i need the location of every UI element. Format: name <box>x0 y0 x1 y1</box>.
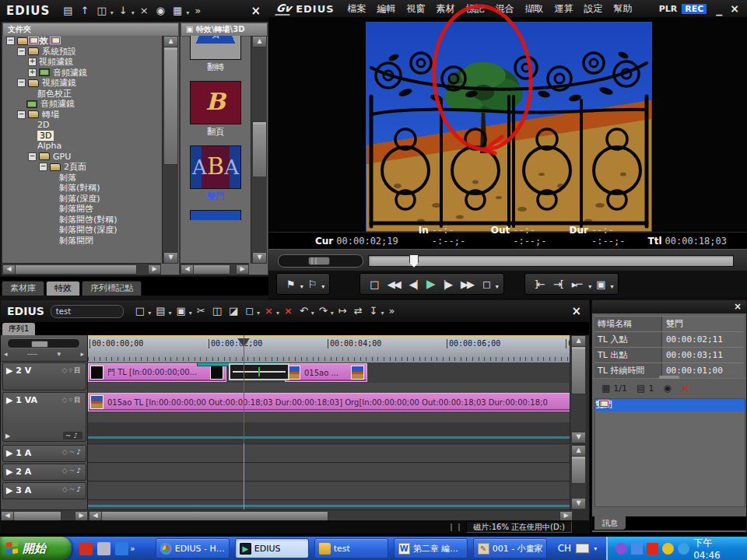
language-label[interactable]: CH <box>558 543 571 554</box>
open-folder-icon[interactable]: ▤ <box>61 4 75 18</box>
scroll-thumb[interactable] <box>252 121 267 177</box>
track-header-3a[interactable]: ▶ 3 A◇~♪ <box>2 482 86 499</box>
expand-icon[interactable]: + <box>28 68 37 77</box>
task-button-word[interactable]: W第二章 編... <box>394 538 468 558</box>
dropdown-arrow-icon[interactable]: ▾ <box>311 310 314 317</box>
tree-item[interactable]: 剝落(深度) <box>2 194 162 205</box>
scroll-up-icon[interactable]: ▲ <box>571 445 586 457</box>
render-icon[interactable]: ↧ <box>367 304 381 318</box>
next-frame-icon[interactable]: |▶ <box>439 278 456 290</box>
dropdown-arrow-icon[interactable]: ▾ <box>186 9 189 16</box>
start-button[interactable]: 開始 <box>0 537 72 560</box>
message-tab[interactable]: 訊息 <box>594 516 626 530</box>
dropdown-arrow-icon[interactable]: ▾ <box>276 310 279 317</box>
scroll-down-icon[interactable]: ▼ <box>571 432 586 443</box>
zoom-right-icon[interactable]: ▸ <box>80 350 84 358</box>
menu-運算[interactable]: 運算 <box>549 2 579 16</box>
lock-icon[interactable]: ◇ <box>62 467 69 474</box>
tree-item[interactable]: +視頻濾鏡 <box>2 57 162 68</box>
lock-icon[interactable]: ◇ <box>62 485 69 493</box>
undo-icon[interactable]: ↶ <box>297 304 310 318</box>
collapse-icon[interactable]: − <box>39 163 47 171</box>
zoom-knob[interactable] <box>31 341 48 348</box>
collapse-icon[interactable]: − <box>17 47 26 56</box>
tree-item[interactable]: Alpha <box>2 141 162 152</box>
dropdown-arrow-icon[interactable]: ▾ <box>148 310 151 317</box>
updater-icon[interactable] <box>678 543 689 555</box>
collapse-icon[interactable]: − <box>28 152 37 161</box>
applied-effect-item[interactable]: 雙門 <box>595 399 745 411</box>
speaker-icon[interactable]: ♪ <box>76 485 82 493</box>
bin-tab-特效[interactable]: 特效 <box>46 281 80 296</box>
collapse-icon[interactable]: − <box>6 37 15 45</box>
track-expand-icon[interactable]: ▶ <box>6 467 16 477</box>
track-2a-row[interactable] <box>88 464 573 481</box>
network-icon[interactable] <box>631 543 643 555</box>
redo-icon[interactable]: ↷ <box>317 304 330 318</box>
bin-tab-序列標記點[interactable]: 序列標記點 <box>82 281 142 296</box>
thumbs-horizontal-scrollbar[interactable]: ◀ ▶ <box>181 263 249 275</box>
playhead-line[interactable] <box>244 335 244 443</box>
tree-item[interactable]: 剝落開啓(對稱) <box>2 215 162 226</box>
tree-item[interactable]: 3D <box>2 131 162 142</box>
play-around-cursor-icon[interactable]: ▸⌐ <box>567 278 587 290</box>
dropdown-arrow-icon[interactable]: ▾ <box>132 9 135 16</box>
more-tools-icon[interactable]: » <box>192 4 203 18</box>
dropdown-arrow-icon[interactable]: ▾ <box>110 9 114 16</box>
ripple-delete-icon[interactable]: × <box>282 304 295 318</box>
tree-vertical-scrollbar[interactable]: ▲ ▼ <box>162 36 178 264</box>
duplicate-icon[interactable]: ◫ <box>94 4 108 18</box>
scroll-left-icon[interactable]: ◀ <box>2 264 16 275</box>
quick-launch-more-icon[interactable]: » <box>130 544 135 554</box>
effect-list-icon[interactable]: ▤ <box>637 383 645 394</box>
video-visibility-icon[interactable]: 目 <box>74 366 82 374</box>
scroll-thumb[interactable] <box>571 346 586 394</box>
video-visibility-icon[interactable]: 目 <box>74 396 82 404</box>
menu-編輯[interactable]: 編輯 <box>372 2 402 16</box>
track-expand-icon[interactable]: ▶ <box>6 485 16 495</box>
player-mode-button[interactable]: PLR <box>659 4 678 14</box>
dropdown-arrow-icon[interactable]: ▾ <box>257 310 260 317</box>
tree-item[interactable]: +音頻濾鏡 <box>2 68 162 79</box>
zoom-left-icon[interactable]: ◂ <box>4 350 8 358</box>
task-button-edius[interactable]: ▶EDIUS <box>235 538 309 558</box>
scroll-up-icon[interactable]: ▲ <box>571 335 586 347</box>
loop-dropdown-icon[interactable]: ▾ <box>494 283 499 290</box>
color-effect-icon[interactable]: ◉ <box>663 383 671 394</box>
marker-icon[interactable]: ◻ <box>243 304 256 318</box>
keyboard-icon[interactable] <box>575 543 590 554</box>
antivirus-icon[interactable] <box>647 543 658 555</box>
color-effect-icon[interactable]: ◉ <box>154 4 167 18</box>
info-titlebar[interactable]: × <box>592 300 746 313</box>
menu-幫助[interactable]: 幫助 <box>608 2 638 16</box>
add-to-timeline-icon[interactable]: ↦ <box>336 304 349 318</box>
shuttle-knob[interactable] <box>308 257 330 265</box>
transition-clip-selected[interactable] <box>229 363 289 380</box>
seek-position-marker[interactable] <box>409 254 419 268</box>
menu-視窗[interactable]: 視窗 <box>402 2 431 16</box>
scroll-right-icon[interactable]: ▶ <box>148 264 161 275</box>
security-lock-icon[interactable] <box>662 543 674 555</box>
quick-launch-app-icon[interactable] <box>97 542 110 555</box>
scroll-thumb[interactable] <box>571 456 586 484</box>
bin-tab-素材庫[interactable]: 素材庫 <box>2 281 44 296</box>
sequence-tab[interactable]: 序列1 <box>2 323 35 335</box>
dropdown-arrow-icon[interactable]: ▾ <box>189 310 192 317</box>
menu-檔案[interactable]: 檔案 <box>342 2 372 16</box>
video-clip-015ao-1va[interactable]: 015ao TL [In:00:00:00;00 Out:00:00:18;03… <box>88 393 573 411</box>
speaker-icon[interactable]: ♪ <box>76 467 82 474</box>
tree-item[interactable]: −2頁面 <box>2 162 162 173</box>
tree-item[interactable]: −GPU <box>2 152 162 163</box>
track-header-2v[interactable]: ▶ 2 V ◇▿目 <box>2 362 86 390</box>
track-header-1va[interactable]: ▶ 1 VA ◇▿目 ~♪ ▶ <box>2 392 86 442</box>
collapse-icon[interactable]: − <box>17 79 26 87</box>
scroll-right-icon[interactable]: ▶ <box>236 264 249 275</box>
import-icon[interactable]: ↓ <box>117 4 130 18</box>
rewind-icon[interactable]: ◀◀ <box>383 278 405 290</box>
tree-item[interactable]: −特效 <box>2 36 162 47</box>
tree-item[interactable]: 2D <box>2 120 162 131</box>
waveform-icon[interactable]: ~ <box>69 485 77 493</box>
quick-launch-media-icon[interactable] <box>79 542 93 555</box>
shuttle-slider[interactable] <box>278 254 363 268</box>
play-icon[interactable]: ▶ <box>422 277 439 291</box>
